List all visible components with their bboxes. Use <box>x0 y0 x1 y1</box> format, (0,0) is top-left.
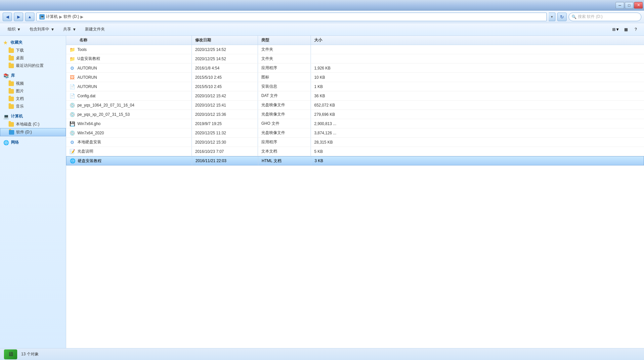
sidebar-item-downloads[interactable]: 下载 <box>0 47 66 54</box>
share-dropdown-icon: ▼ <box>72 27 76 32</box>
statusbar: 🖥 13 个对象 <box>0 348 644 360</box>
file-size-cell: 3 KB <box>311 157 644 165</box>
sidebar-item-pictures[interactable]: 图片 <box>0 87 66 95</box>
sidebar-item-documents[interactable]: 文档 <box>0 95 66 103</box>
computer-header[interactable]: 💻 计算机 <box>0 112 66 120</box>
table-row[interactable]: 📄 Config.dat 2020/10/12 15:42 DAT 文件 36 … <box>66 91 644 101</box>
maximize-button[interactable]: □ <box>625 2 633 9</box>
col-name-header[interactable]: 名称 <box>66 36 192 45</box>
path-computer: 计算机 <box>46 14 58 20</box>
file-name-text: pe_yqs_1064_20_07_31_16_04 <box>77 103 134 108</box>
file-type-cell: 文本文档 <box>258 147 311 156</box>
table-row[interactable]: 💿 pe_yqs_1064_20_07_31_16_04 2020/10/12 … <box>66 101 644 110</box>
help-icon: ? <box>635 27 637 32</box>
file-name-text: pe_yqs_xp_20_07_31_15_53 <box>77 112 130 117</box>
file-list-header: 名称 修改日期 类型 大小 <box>66 36 644 45</box>
file-date-cell: 2020/10/12 15:36 <box>192 110 258 119</box>
table-row[interactable]: 🌐 硬盘安装教程 2016/11/21 22:03 HTML 文档 3 KB <box>66 156 644 165</box>
table-row[interactable]: ⚙ 本地硬盘安装 2020/10/12 15:30 应用程序 28,315 KB <box>66 138 644 147</box>
computer-icon: 💻 <box>3 114 9 119</box>
sidebar-item-c-drive[interactable]: 本地磁盘 (C:) <box>0 120 66 128</box>
file-type-cell: 应用程序 <box>258 138 311 147</box>
file-name-text: AUTORUN <box>77 66 97 70</box>
organize-button[interactable]: 组织 ▼ <box>4 25 24 34</box>
col-type-header[interactable]: 类型 <box>258 36 311 45</box>
file-name-cell: 💿 pe_yqs_1064_20_07_31_16_04 <box>66 101 192 110</box>
address-path[interactable]: 💻 计算机 ▶ 软件 (D:) ▶ <box>36 13 547 21</box>
new-folder-label: 新建文件夹 <box>85 26 105 32</box>
file-name-cell: ⚙ AUTORUN <box>66 64 192 72</box>
sidebar-item-recent[interactable]: 最近访问的位置 <box>0 62 66 69</box>
table-row[interactable]: 📝 光盘说明 2016/10/23 7:07 文本文档 5 KB <box>66 147 644 156</box>
help-button[interactable]: ? <box>631 25 640 34</box>
search-icon: 🔍 <box>572 15 577 19</box>
sidebar-item-music[interactable]: 音乐 <box>0 103 66 110</box>
share-button[interactable]: 共享 ▼ <box>60 25 80 34</box>
breadcrumb-sep-1: ▶ <box>59 15 62 19</box>
view-toggle-button[interactable]: ⊞ ▼ <box>612 25 620 34</box>
libraries-section: 📚 库 视频 图片 文档 音乐 <box>0 71 66 110</box>
path-dropdown-button[interactable]: ▼ <box>549 13 555 21</box>
new-folder-button[interactable]: 新建文件夹 <box>81 25 108 34</box>
file-type-cell: 光盘映像文件 <box>258 128 311 137</box>
file-name-text: 光盘说明 <box>77 149 93 154</box>
favorites-section: ★ 收藏夹 下载 桌面 最近访问的位置 <box>0 38 66 69</box>
file-area: 名称 修改日期 类型 大小 📁 Tools 2020/12/25 14:52 文… <box>66 36 644 348</box>
close-button[interactable]: ✕ <box>634 2 643 9</box>
file-size-cell <box>311 45 644 54</box>
library-button[interactable]: 包含到库中 ▼ <box>26 25 58 34</box>
file-size-cell: 36 KB <box>311 91 644 100</box>
file-name-text: Tools <box>77 47 87 52</box>
forward-icon: ▶ <box>17 15 20 19</box>
library-label: 包含到库中 <box>29 26 49 32</box>
col-size-header[interactable]: 大小 <box>311 36 644 45</box>
file-date-cell: 2019/9/7 19:25 <box>192 119 258 128</box>
sidebar: ★ 收藏夹 下载 桌面 最近访问的位置 📚 库 <box>0 36 66 348</box>
minimize-button[interactable]: ─ <box>616 2 624 9</box>
table-row[interactable]: 💾 Win7x64.gho 2019/9/7 19:25 GHO 文件 2,90… <box>66 119 644 128</box>
table-row[interactable]: 🖼 AUTORUN 2015/5/10 2:45 图标 10 KB <box>66 73 644 82</box>
forward-button[interactable]: ▶ <box>14 13 23 21</box>
table-row[interactable]: 💿 Win7x64_2020 2020/12/25 11:32 光盘映像文件 3… <box>66 128 644 138</box>
file-type-cell: 光盘映像文件 <box>258 101 311 110</box>
libraries-header[interactable]: 📚 库 <box>0 71 66 80</box>
file-type-cell: 图标 <box>258 73 311 82</box>
file-size-cell: 5 KB <box>311 147 644 156</box>
address-bar: ◀ ▶ ▲ 💻 计算机 ▶ 软件 (D:) ▶ ▼ ↻ 🔍 搜索 软件 (D:) <box>0 11 644 23</box>
table-row[interactable]: 📄 AUTORUN 2015/5/10 2:45 安装信息 1 KB <box>66 82 644 91</box>
col-date-header[interactable]: 修改日期 <box>192 36 258 45</box>
view-icon: ⊞ <box>612 27 616 32</box>
file-name-text: 本地硬盘安装 <box>77 139 101 145</box>
table-row[interactable]: 📁 U盘安装教程 2020/12/25 14:52 文件夹 <box>66 54 644 64</box>
libraries-label: 库 <box>11 73 15 78</box>
network-header[interactable]: 🌐 网络 <box>0 138 66 147</box>
file-icon: 💿 <box>69 130 75 136</box>
file-name-text: U盘安装教程 <box>77 56 100 62</box>
preview-button[interactable]: ▦ <box>622 25 630 34</box>
favorites-label: 收藏夹 <box>11 40 22 45</box>
file-size-cell: 3,874,126 ... <box>311 128 644 137</box>
favorites-star-icon: ★ <box>3 40 9 45</box>
file-date-cell: 2020/10/12 15:41 <box>192 101 258 110</box>
file-size-cell <box>311 54 644 63</box>
search-box[interactable]: 🔍 搜索 软件 (D:) <box>569 13 641 21</box>
table-row[interactable]: 💿 pe_yqs_xp_20_07_31_15_53 2020/10/12 15… <box>66 110 644 119</box>
back-button[interactable]: ◀ <box>3 13 12 21</box>
table-row[interactable]: ⚙ AUTORUN 2016/1/8 4:54 应用程序 1,926 KB <box>66 64 644 73</box>
file-name-cell: 📄 Config.dat <box>66 91 192 100</box>
file-type-cell: 安装信息 <box>258 82 311 91</box>
table-row[interactable]: 📁 Tools 2020/12/25 14:52 文件夹 <box>66 45 644 54</box>
file-name-text: AUTORUN <box>77 75 97 80</box>
up-button[interactable]: ▲ <box>25 13 34 21</box>
file-icon: ⚙ <box>69 139 75 145</box>
file-type-cell: 文件夹 <box>258 54 311 63</box>
sidebar-item-video[interactable]: 视频 <box>0 80 66 87</box>
sidebar-item-d-drive[interactable]: 软件 (D:) <box>0 128 66 136</box>
favorites-header[interactable]: ★ 收藏夹 <box>0 38 66 47</box>
sidebar-item-desktop[interactable]: 桌面 <box>0 54 66 62</box>
refresh-button[interactable]: ↻ <box>557 13 567 21</box>
preview-icon: ▦ <box>624 27 628 32</box>
path-drive: 软件 (D:) <box>64 14 79 20</box>
file-icon: ⚙ <box>69 65 75 71</box>
file-icon: 💿 <box>69 112 75 117</box>
